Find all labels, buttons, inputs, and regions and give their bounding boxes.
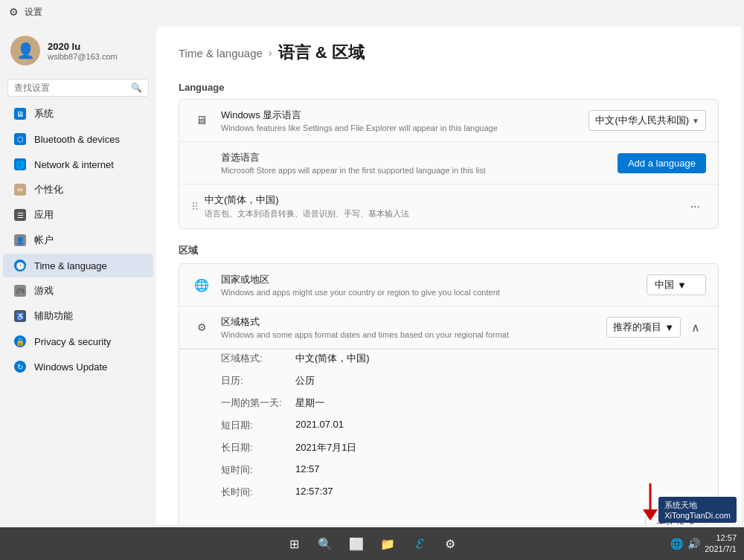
format-field-value-5: 12:57 (295, 461, 706, 479)
sidebar-item-time[interactable]: 🕐 Time & language (3, 254, 153, 277)
language-section-title: Language (179, 82, 719, 93)
page-title: 语言 & 区域 (278, 42, 365, 64)
update-icon: ↻ (13, 360, 27, 373)
format-icon: ⚙ (191, 317, 212, 338)
sidebar: 👤 2020 lu wslbb87@163.com 🔍 🖥 系统 ⬡ Bluet… (0, 24, 156, 527)
regional-format-content: 区域格式 Windows and some apps format dates … (221, 315, 597, 339)
accessibility-icon: ♿ (13, 309, 27, 323)
main-container: 👤 2020 lu wslbb87@163.com 🔍 🖥 系统 ⬡ Bluet… (0, 24, 744, 527)
format-grid: 区域格式: 中文(简体，中国) 日历: 公历 一周的第一天: 星期一 短日期: … (221, 350, 706, 501)
regional-format-collapse[interactable]: ∧ (685, 318, 706, 338)
country-content: 国家或地区 Windows and apps might use your co… (221, 273, 638, 297)
chevron-down-icon: ▼ (664, 322, 674, 333)
chevron-down-icon: ▼ (677, 280, 687, 291)
user-profile[interactable]: 👤 2020 lu wslbb87@163.com (0, 27, 156, 74)
user-email: wslbb87@163.com (48, 52, 118, 61)
preferred-language-action: Add a language (618, 153, 706, 173)
taskbar-center: ⊞ 🔍 ⬜ 📁 𝓔 ⚙ (280, 530, 464, 557)
country-dropdown[interactable]: 中国 ▼ (647, 274, 706, 295)
chinese-language-content: 中文(简体，中国) 语言包、文本到语音转换、语音识别、手写、基本输入法 (205, 193, 676, 219)
sidebar-item-label: 帐户 (34, 234, 54, 247)
sidebar-item-windows-update[interactable]: ↻ Windows Update (3, 355, 153, 379)
search-input[interactable] (14, 83, 126, 93)
explorer-button[interactable]: 📁 (374, 530, 401, 557)
personalization-icon: ✏ (13, 183, 27, 196)
display-language-dropdown[interactable]: 中文(中华人民共和国) ▼ (589, 110, 706, 131)
page-header: Time & language › 语言 & 区域 (179, 42, 719, 64)
gaming-icon: 🎮 (13, 284, 27, 297)
sidebar-item-privacy[interactable]: 🔒 Privacy & security (3, 329, 153, 353)
search-button[interactable]: 🔍 (312, 530, 339, 557)
network-tray-icon[interactable]: 🌐 (670, 538, 683, 550)
drag-handle-icon[interactable]: ⠿ (191, 201, 199, 213)
format-field-value-4: 2021年7月1日 (295, 439, 706, 457)
content-area: Time & language › 语言 & 区域 Language 🖥 Win… (156, 27, 741, 524)
volume-icon[interactable]: 🔊 (687, 538, 700, 550)
chinese-language-title: 中文(简体，中国) (205, 193, 676, 207)
sidebar-item-apps[interactable]: ☰ 应用 (3, 203, 153, 227)
add-language-button[interactable]: Add a language (618, 153, 706, 173)
country-desc: Windows and apps might use your country … (221, 288, 638, 297)
title-bar: ⚙ 设置 (0, 0, 744, 24)
taskview-button[interactable]: ⬜ (343, 530, 370, 557)
settings-taskbar-button[interactable]: ⚙ (437, 530, 464, 557)
display-language-content: Windows 显示语言 Windows features like Setti… (221, 109, 580, 132)
time-display: 12:57 (705, 532, 737, 544)
format-field-label-2: 一周的第一天: (221, 394, 295, 412)
display-language-title: Windows 显示语言 (221, 109, 580, 122)
country-title: 国家或地区 (221, 273, 638, 286)
clock[interactable]: 12:57 2021/7/1 (705, 532, 737, 556)
format-field-value-3: 2021.07.01 (295, 416, 706, 434)
sidebar-item-personalization[interactable]: ✏ 个性化 (3, 178, 153, 202)
sidebar-item-system[interactable]: 🖥 系统 (3, 102, 153, 126)
user-info: 2020 lu wslbb87@163.com (48, 41, 118, 61)
sidebar-item-label: Time & language (34, 260, 107, 271)
sidebar-item-label: 游戏 (34, 284, 54, 297)
search-icon: 🔍 (131, 83, 142, 93)
sidebar-item-label: 个性化 (34, 183, 63, 196)
breadcrumb-parent[interactable]: Time & language (179, 47, 263, 59)
taskbar-right: 🌐 🔊 12:57 2021/7/1 (670, 532, 737, 556)
chinese-language-row: ⠿ 中文(简体，中国) 语言包、文本到语音转换、语音识别、手写、基本输入法 ··… (179, 184, 718, 228)
edge-button[interactable]: 𝓔 (405, 530, 432, 557)
country-action: 中国 ▼ (647, 274, 706, 295)
privacy-icon: 🔒 (13, 335, 27, 348)
display-language-row: 🖥 Windows 显示语言 Windows features like Set… (179, 100, 718, 142)
chevron-down-icon: ▼ (692, 117, 699, 125)
start-button[interactable]: ⊞ (280, 530, 307, 557)
sidebar-item-network[interactable]: 🌐 Network & internet (3, 152, 153, 176)
bluetooth-icon: ⬡ (13, 132, 27, 146)
monitor-icon: 🖥 (191, 110, 212, 131)
regional-format-action: 推荐的项目 ▼ ∧ (606, 317, 706, 338)
regional-format-dropdown[interactable]: 推荐的项目 ▼ (606, 317, 681, 338)
sidebar-item-bluetooth[interactable]: ⬡ Bluetooth & devices (3, 127, 153, 151)
breadcrumb-sep: › (269, 47, 272, 59)
preferred-language-icon (191, 152, 212, 173)
regional-format-title: 区域格式 (221, 315, 597, 329)
country-row: 🌐 国家或地区 Windows and apps might use your … (179, 264, 718, 306)
search-box[interactable]: 🔍 (7, 79, 149, 97)
format-details: 区域格式: 中文(简体，中国) 日历: 公历 一周的第一天: 星期一 短日期: … (179, 349, 718, 524)
format-field-label-1: 日历: (221, 372, 295, 390)
date-display: 2021/7/1 (705, 544, 737, 555)
display-language-desc: Windows features like Settings and File … (221, 123, 580, 132)
sidebar-item-label: 系统 (34, 107, 54, 120)
accounts-icon: 👤 (13, 234, 27, 247)
preferred-language-row: 首选语言 Microsoft Store apps will appear in… (179, 142, 718, 184)
sidebar-item-accessibility[interactable]: ♿ 辅助功能 (3, 304, 153, 328)
system-tray: 🌐 🔊 (670, 538, 700, 550)
format-field-label-3: 短日期: (221, 416, 295, 434)
sidebar-item-gaming[interactable]: 🎮 游戏 (3, 279, 153, 303)
format-field-value-1: 公历 (295, 372, 706, 390)
preferred-language-title: 首选语言 (221, 151, 609, 164)
format-field-label-0: 区域格式: (221, 350, 295, 367)
sidebar-item-label: Bluetooth & devices (34, 134, 120, 145)
network-icon: 🌐 (13, 158, 27, 171)
format-field-value-2: 星期一 (295, 394, 706, 412)
regional-format-desc: Windows and some apps format dates and t… (221, 330, 597, 339)
sidebar-item-accounts[interactable]: 👤 帐户 (3, 228, 153, 252)
more-options-button[interactable]: ··· (684, 197, 706, 216)
svg-marker-1 (643, 509, 658, 521)
watermark: 系统天地XiTongTianDi.com (658, 497, 737, 523)
avatar: 👤 (10, 36, 40, 65)
